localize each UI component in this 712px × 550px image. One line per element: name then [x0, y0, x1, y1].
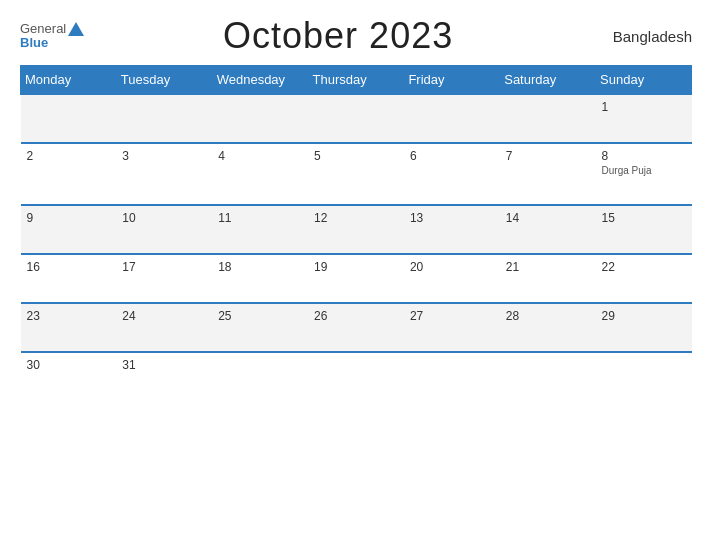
calendar-cell: 7 — [500, 143, 596, 205]
calendar-cell: 30 — [21, 352, 117, 400]
calendar-cell: 15 — [596, 205, 692, 254]
day-header-friday: Friday — [404, 66, 500, 95]
calendar-cell: 29 — [596, 303, 692, 352]
week-row-6: 3031 — [21, 352, 692, 400]
day-header-tuesday: Tuesday — [116, 66, 212, 95]
day-number: 11 — [218, 211, 302, 225]
calendar-cell: 9 — [21, 205, 117, 254]
day-header-wednesday: Wednesday — [212, 66, 308, 95]
calendar-cell: 27 — [404, 303, 500, 352]
day-number: 18 — [218, 260, 302, 274]
week-row-5: 23242526272829 — [21, 303, 692, 352]
day-header-monday: Monday — [21, 66, 117, 95]
day-number: 16 — [27, 260, 111, 274]
logo: General Blue — [20, 22, 84, 51]
day-number: 15 — [602, 211, 686, 225]
calendar-cell — [308, 94, 404, 143]
calendar-cell: 16 — [21, 254, 117, 303]
title-area: October 2023 — [84, 15, 592, 57]
day-number: 23 — [27, 309, 111, 323]
calendar-cell: 24 — [116, 303, 212, 352]
calendar-header: General Blue October 2023 Bangladesh — [20, 15, 692, 57]
calendar-cell: 18 — [212, 254, 308, 303]
calendar-cell — [308, 352, 404, 400]
day-number: 27 — [410, 309, 494, 323]
calendar-cell: 4 — [212, 143, 308, 205]
calendar-cell: 1 — [596, 94, 692, 143]
calendar-cell — [404, 352, 500, 400]
day-number: 29 — [602, 309, 686, 323]
day-header-sunday: Sunday — [596, 66, 692, 95]
day-number: 21 — [506, 260, 590, 274]
day-number: 6 — [410, 149, 494, 163]
day-header-saturday: Saturday — [500, 66, 596, 95]
day-number: 3 — [122, 149, 206, 163]
country-label: Bangladesh — [592, 28, 692, 45]
week-row-2: 2345678Durga Puja — [21, 143, 692, 205]
day-number: 7 — [506, 149, 590, 163]
day-number: 24 — [122, 309, 206, 323]
holiday-name: Durga Puja — [602, 165, 686, 176]
calendar-cell: 5 — [308, 143, 404, 205]
calendar-cell — [404, 94, 500, 143]
day-number: 1 — [602, 100, 686, 114]
calendar-cell — [116, 94, 212, 143]
week-row-1: 1 — [21, 94, 692, 143]
calendar-cell — [21, 94, 117, 143]
day-number: 8 — [602, 149, 686, 163]
month-title: October 2023 — [223, 15, 453, 56]
day-number: 19 — [314, 260, 398, 274]
calendar-cell: 14 — [500, 205, 596, 254]
calendar-cell: 17 — [116, 254, 212, 303]
calendar-cell: 8Durga Puja — [596, 143, 692, 205]
day-number: 4 — [218, 149, 302, 163]
calendar-cell: 12 — [308, 205, 404, 254]
calendar-cell: 26 — [308, 303, 404, 352]
calendar-cell: 20 — [404, 254, 500, 303]
day-number: 20 — [410, 260, 494, 274]
day-number: 14 — [506, 211, 590, 225]
calendar-cell — [500, 352, 596, 400]
day-number: 2 — [27, 149, 111, 163]
day-number: 5 — [314, 149, 398, 163]
day-number: 22 — [602, 260, 686, 274]
calendar-cell: 3 — [116, 143, 212, 205]
day-number: 10 — [122, 211, 206, 225]
calendar-table: MondayTuesdayWednesdayThursdayFridaySatu… — [20, 65, 692, 400]
day-number: 12 — [314, 211, 398, 225]
day-number: 25 — [218, 309, 302, 323]
calendar-cell: 22 — [596, 254, 692, 303]
calendar-cell — [500, 94, 596, 143]
logo-general-text: General — [20, 22, 66, 36]
logo-triangle-icon — [68, 22, 84, 36]
calendar-cell — [596, 352, 692, 400]
calendar-cell: 13 — [404, 205, 500, 254]
calendar-cell: 25 — [212, 303, 308, 352]
day-number: 26 — [314, 309, 398, 323]
logo-blue-text: Blue — [20, 35, 48, 50]
day-number: 13 — [410, 211, 494, 225]
day-header-thursday: Thursday — [308, 66, 404, 95]
day-number: 28 — [506, 309, 590, 323]
calendar-cell: 28 — [500, 303, 596, 352]
calendar-cell: 10 — [116, 205, 212, 254]
week-row-4: 16171819202122 — [21, 254, 692, 303]
day-number: 9 — [27, 211, 111, 225]
calendar-cell: 2 — [21, 143, 117, 205]
day-number: 31 — [122, 358, 206, 372]
calendar-cell: 31 — [116, 352, 212, 400]
calendar-cell: 19 — [308, 254, 404, 303]
calendar-container: General Blue October 2023 Bangladesh Mon… — [0, 0, 712, 550]
calendar-cell — [212, 352, 308, 400]
calendar-cell: 6 — [404, 143, 500, 205]
calendar-cell — [212, 94, 308, 143]
day-number: 17 — [122, 260, 206, 274]
day-number: 30 — [27, 358, 111, 372]
calendar-cell: 11 — [212, 205, 308, 254]
calendar-cell: 21 — [500, 254, 596, 303]
week-row-3: 9101112131415 — [21, 205, 692, 254]
days-header-row: MondayTuesdayWednesdayThursdayFridaySatu… — [21, 66, 692, 95]
calendar-cell: 23 — [21, 303, 117, 352]
